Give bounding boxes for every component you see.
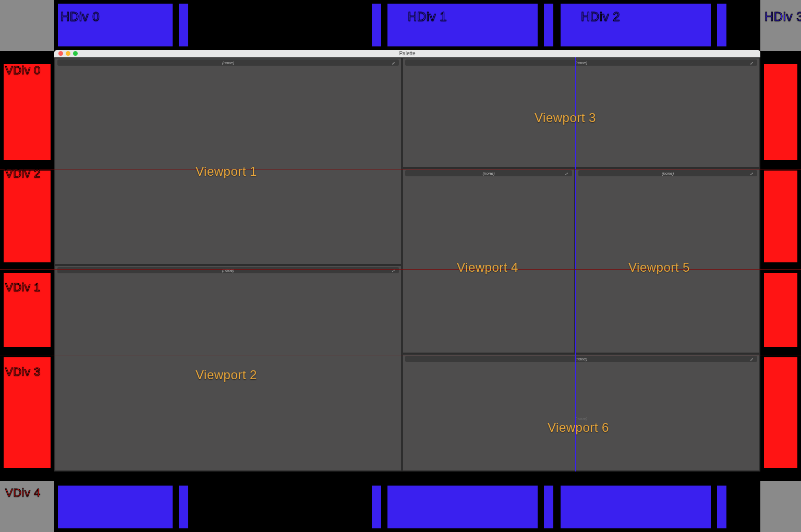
viewport-pane-6[interactable]: (none) ⤢ (none) — [402, 354, 760, 471]
bot-blue-3a — [715, 484, 728, 530]
pane-header-label: (none) — [575, 357, 587, 361]
top-blue-1a — [370, 2, 383, 48]
corner-bot-right — [760, 481, 801, 532]
right-red-2 — [762, 271, 799, 348]
bot-blue-2b — [559, 484, 712, 530]
bot-blue-0b — [177, 484, 190, 530]
vdiv-label-3: VDiv 3 — [5, 365, 41, 379]
right-red-3 — [762, 356, 799, 469]
expand-icon[interactable]: ⤢ — [564, 172, 569, 176]
right-red-0 — [762, 63, 799, 162]
bot-blue-1b — [386, 484, 539, 530]
left-red-0 — [2, 63, 52, 162]
viewport-label-6: Viewport 6 — [548, 420, 609, 435]
viewport-label-2: Viewport 2 — [196, 368, 257, 382]
vdiv-label-0: VDiv 0 — [5, 64, 41, 77]
expand-icon[interactable]: ⤢ — [749, 172, 754, 176]
pane-header[interactable]: (none) ⤢ — [405, 170, 572, 176]
expand-icon[interactable]: ⤢ — [391, 61, 396, 66]
pane-header[interactable]: (none) ⤢ — [578, 170, 757, 176]
pane-header[interactable]: (none) ⤢ — [57, 267, 399, 273]
pane-header-label: (none) — [662, 171, 674, 176]
pane-header[interactable]: (none) ⤢ — [57, 59, 399, 66]
hdiv-label-2: HDiv 2 — [581, 9, 620, 24]
top-blue-2a — [542, 2, 555, 48]
pane-header-label: (none) — [575, 61, 587, 65]
viewport-label-3: Viewport 3 — [535, 111, 596, 125]
hdiv-label-3: HDiv 3 — [764, 9, 801, 24]
bot-blue-0a — [56, 484, 174, 530]
vdiv-label-1: VDiv 1 — [5, 281, 41, 294]
hdiv-label-0: HDiv 0 — [60, 9, 100, 24]
bot-blue-2a — [542, 484, 555, 530]
expand-icon[interactable]: ⤢ — [749, 357, 754, 362]
top-blue-0b — [177, 2, 190, 48]
left-red-1 — [2, 169, 52, 264]
vdiv-label-4: VDiv 4 — [5, 486, 41, 500]
pane-header-label: (none) — [222, 268, 234, 273]
separator-bot — [0, 474, 801, 477]
viewport-label-1: Viewport 1 — [196, 164, 257, 179]
vdiv-rule-3 — [0, 356, 801, 356]
corner-top-right — [760, 0, 801, 51]
expand-icon[interactable]: ⤢ — [749, 61, 754, 66]
vdiv-label-2: VDiv 2 — [5, 167, 41, 180]
top-blue-3a — [715, 2, 728, 48]
vdiv-rule-2 — [0, 170, 801, 170]
window-title: Palette — [54, 50, 760, 57]
pane-header[interactable]: (none) ⤢ — [405, 59, 757, 66]
right-red-1 — [762, 169, 799, 264]
corner-top-left — [0, 0, 54, 51]
window-titlebar[interactable]: Palette — [54, 50, 760, 57]
diagram-stage: { "window": { "title": "Palette" }, "pan… — [0, 0, 801, 532]
hdiv-label-1: HDiv 1 — [408, 9, 447, 24]
viewport-pane-1[interactable]: (none) ⤢ — [54, 57, 402, 265]
bot-blue-1a — [370, 484, 383, 530]
pane-header-label: (none) — [482, 171, 494, 176]
viewport-label-5: Viewport 5 — [628, 260, 690, 275]
pane-header-label: (none) — [222, 61, 234, 65]
viewport-label-4: Viewport 4 — [457, 260, 518, 275]
pane-header[interactable]: (none) ⤢ — [405, 356, 757, 362]
